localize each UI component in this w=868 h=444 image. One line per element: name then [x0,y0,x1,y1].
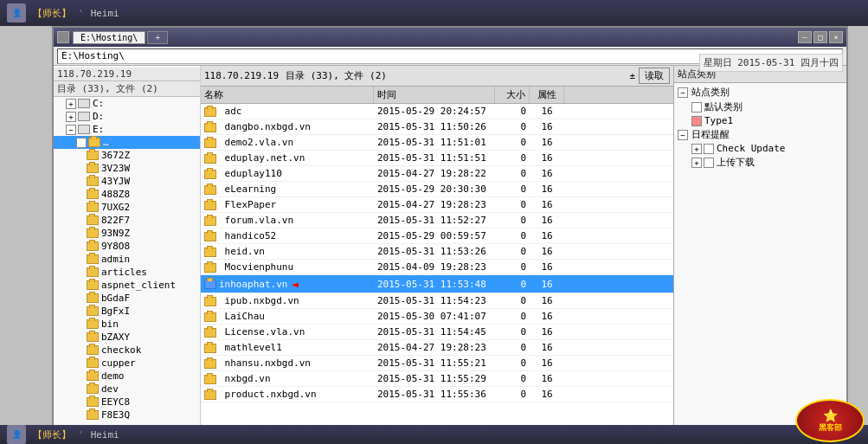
tree-item-cupper[interactable]: cupper [54,357,200,370]
tree-toggle-d[interactable]: + [66,112,76,122]
tree-item-d[interactable]: + D: [54,110,200,123]
tree-item-admin[interactable]: admin [54,253,200,266]
tree-item-43yjw[interactable]: 43YJW [54,175,200,188]
file-size: 0 [495,151,530,164]
toggle-richeng[interactable]: − [678,130,688,140]
category-label-zhandian: 站点类别 [691,86,730,99]
folder-icon [204,170,216,179]
file-row[interactable]: mathlevel1 2015-04-27 19:28:23 0 16 [201,340,673,356]
file-name: FlexPaper [201,198,374,211]
folder-icon [204,297,216,306]
tree-item-488z8[interactable]: 488Z8 [54,188,200,201]
tree-item-822f7[interactable]: 822F7 [54,214,200,227]
file-size: 0 [495,325,530,338]
tree-item-7uxg2[interactable]: 7UXG2 [54,201,200,214]
folder-icon [204,216,216,226]
file-attr: 16 [530,120,564,133]
close-button[interactable]: × [829,31,843,43]
tree-item-bgfxi[interactable]: BgFxI [54,305,200,318]
tree-item-c[interactable]: + C: [54,97,200,110]
tree-item-checkok[interactable]: checkok [54,344,200,357]
folder-icon [204,138,216,148]
site-item-checkupdate[interactable]: + Check Update [674,142,846,155]
site-category-richeng[interactable]: − 日程提醒 [674,127,846,142]
tree-item-3v23w[interactable]: 3V23W [54,162,200,175]
tree-item-bgdaf[interactable]: bGdaF [54,292,200,305]
file-row[interactable]: product.nxbgd.vn 2015-05-31 11:55:36 0 1… [201,387,673,402]
tree-item-dev[interactable]: dev [54,383,200,396]
file-attr: 16 [530,341,564,354]
tree-item-93n9z[interactable]: 93N9Z [54,227,200,240]
file-row[interactable]: Mocvienphunu 2015-04-09 19:28:23 0 16 [201,260,673,275]
maximize-button[interactable]: □ [813,31,827,43]
tree-item-aspnet[interactable]: aspnet_client [54,279,200,292]
drive-label-d: D: [93,111,104,122]
site-item-type1[interactable]: Type1 [674,114,846,127]
social-handle: Heimi [91,8,119,19]
site-category-zhandian[interactable]: − 站点类别 [674,85,846,100]
file-row[interactable]: handicо52 2015-05-29 00:59:57 0 16 [201,228,673,244]
file-time: 2015-05-29 20:24:57 [374,105,495,118]
arrow-icon: ◄ [291,277,298,291]
file-row[interactable]: License.vla.vn 2015-05-31 11:54:45 0 16 [201,325,673,340]
file-row[interactable]: nxbgd.vn 2015-05-31 11:55:29 0 16 [201,371,673,387]
file-row[interactable]: eduplay110 2015-04-27 19:28:22 0 16 [201,166,673,182]
checkbox-checkupdate[interactable] [704,144,714,154]
hosting-label: … [103,137,109,148]
file-name: eduplay.net.vn [201,151,374,164]
toggle-upload[interactable]: + [691,158,702,168]
title-bar: E:\Hosting\ + — □ × [54,28,846,47]
tree-item-bzaxy[interactable]: bZAXY [54,331,200,344]
file-time: 2015-05-29 20:30:30 [374,183,495,196]
file-row[interactable]: demo2.vla.vn 2015-05-31 11:51:01 0 16 [201,135,673,151]
sort-btn[interactable]: ± [629,70,635,81]
file-time: 2015-04-09 19:28:23 [374,261,495,273]
tree-item-f8e3q[interactable]: F8E3Q [54,409,200,421]
tree-item-3672z[interactable]: 3672Z [54,149,200,162]
site-item-dianren[interactable]: 點认类别 [674,100,846,114]
read-button[interactable]: 读取 [639,68,670,84]
file-size-selected: 0 [495,278,530,291]
checkbox-dianren[interactable] [691,102,702,113]
site-item-upload[interactable]: + 上传下载 [674,155,846,170]
tree-item-demo[interactable]: demo [54,370,200,383]
tree-toggle-hosting[interactable]: − [76,138,87,148]
file-name: eLearning [201,183,374,196]
file-row[interactable]: adc 2015-05-29 20:24:57 0 16 [201,104,673,119]
checkbox-type1[interactable] [691,116,702,126]
tree-toggle-e[interactable]: − [66,125,76,135]
tree-item-hosting[interactable]: − … [54,136,200,149]
file-time-selected: 2015-05-31 11:53:48 [374,278,495,291]
toggle-zhandian[interactable]: − [678,87,688,98]
file-time: 2015-05-31 11:53:26 [374,245,495,258]
file-size: 0 [495,372,530,385]
tree-item-9y8o8[interactable]: 9Y8O8 [54,240,200,253]
tab-new[interactable]: + [147,31,168,44]
file-row-selected[interactable]: inhoaphat.vn ◄ 2015-05-31 11:53:48 0 16 [201,275,673,293]
file-row[interactable]: LaiChau 2015-05-30 07:41:07 0 16 [201,309,673,325]
tree-item-eeyc8[interactable]: EEYC8 [54,396,200,409]
folder-icon-sub [87,164,99,173]
tree-toggle-c[interactable]: + [66,99,76,109]
file-row[interactable]: heid.vn 2015-05-31 11:53:26 0 16 [201,244,673,260]
tab-hosting[interactable]: E:\Hosting\ [73,31,145,44]
label-upload: 上传下载 [717,156,755,169]
file-row[interactable]: ipub.nxbgd.vn 2015-05-31 11:54:23 0 16 [201,293,673,309]
file-row[interactable]: dangbo.nxbgd.vn 2015-05-31 11:50:26 0 16 [201,119,673,135]
column-headers: 名称 时间 大小 属性 [201,87,673,104]
tree-item-articles[interactable]: articles [54,266,200,279]
file-row[interactable]: nhansu.nxbgd.vn 2015-05-31 11:55:21 0 16 [201,356,673,371]
file-row[interactable]: FlexPaper 2015-04-27 19:28:23 0 16 [201,197,673,213]
ip-address: 118.70.219.19 [57,68,132,80]
file-name-selected: inhoaphat.vn ◄ [201,276,374,292]
file-row[interactable]: eduplay.net.vn 2015-05-31 11:51:51 0 16 [201,151,673,166]
drive-label-e: E: [93,124,104,135]
file-size: 0 [495,183,530,196]
checkbox-upload[interactable] [704,158,714,168]
file-row[interactable]: forum.vla.vn 2015-05-31 11:52:27 0 16 [201,213,673,228]
file-row[interactable]: eLearning 2015-05-29 20:30:30 0 16 [201,182,673,197]
tree-item-e[interactable]: − E: [54,123,200,136]
toggle-checkupdate[interactable]: + [691,144,702,154]
tree-item-bin[interactable]: bin [54,318,200,331]
minimize-button[interactable]: — [798,31,812,43]
